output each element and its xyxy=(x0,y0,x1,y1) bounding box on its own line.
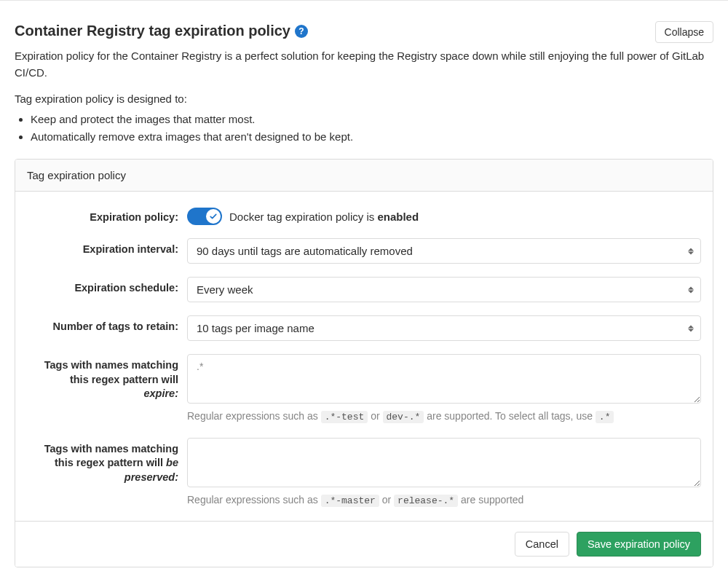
cancel-button[interactable]: Cancel xyxy=(515,532,569,557)
expire-regex-help: Regular expressions such as .*-test or d… xyxy=(187,409,701,425)
expire-regex-input[interactable] xyxy=(187,354,701,404)
code-sample: .*-master xyxy=(321,495,379,507)
expiration-policy-toggle[interactable] xyxy=(187,208,222,225)
section-title-text: Container Registry tag expiration policy xyxy=(15,23,290,39)
intro-list-heading: Tag expiration policy is designed to: xyxy=(15,93,713,105)
expiration-schedule-label: Expiration schedule: xyxy=(27,277,187,296)
intro-bullet: Keep and protect the images that matter … xyxy=(31,111,713,128)
tags-retain-select[interactable]: 10 tags per image name xyxy=(187,315,701,341)
preserve-regex-help: Regular expressions such as .*-master or… xyxy=(187,492,701,508)
panel-title: Tag expiration policy xyxy=(15,160,713,192)
code-sample: dev-.* xyxy=(383,411,424,423)
code-sample: .*-test xyxy=(321,411,368,423)
section-title: Container Registry tag expiration policy… xyxy=(15,23,308,39)
expiration-policy-toggle-label: Docker tag expiration policy is enabled xyxy=(229,211,419,223)
expiration-interval-select[interactable]: 90 days until tags are automatically rem… xyxy=(187,238,701,264)
intro-bullet-list: Keep and protect the images that matter … xyxy=(31,111,713,146)
tags-retain-label: Number of tags to retain: xyxy=(27,315,187,334)
policy-panel: Tag expiration policy Expiration policy:… xyxy=(15,159,713,567)
expiration-interval-label: Expiration interval: xyxy=(27,238,187,257)
expiration-schedule-select[interactable]: Every week xyxy=(187,277,701,302)
code-sample: release-.* xyxy=(394,495,458,507)
intro-bullet: Automatically remove extra images that a… xyxy=(31,128,713,146)
help-icon[interactable]: ? xyxy=(295,25,308,38)
expire-regex-label: Tags with names matching this regex patt… xyxy=(27,354,187,401)
check-icon xyxy=(206,209,221,224)
intro-paragraph: Expiration policy for the Container Regi… xyxy=(15,48,713,81)
save-button[interactable]: Save expiration policy xyxy=(577,532,701,557)
preserve-regex-label: Tags with names matching this regex patt… xyxy=(27,438,187,485)
code-sample: .* xyxy=(596,411,614,423)
preserve-regex-input[interactable] xyxy=(187,438,701,487)
expiration-policy-label: Expiration policy: xyxy=(27,206,187,225)
collapse-button[interactable]: Collapse xyxy=(655,21,713,43)
